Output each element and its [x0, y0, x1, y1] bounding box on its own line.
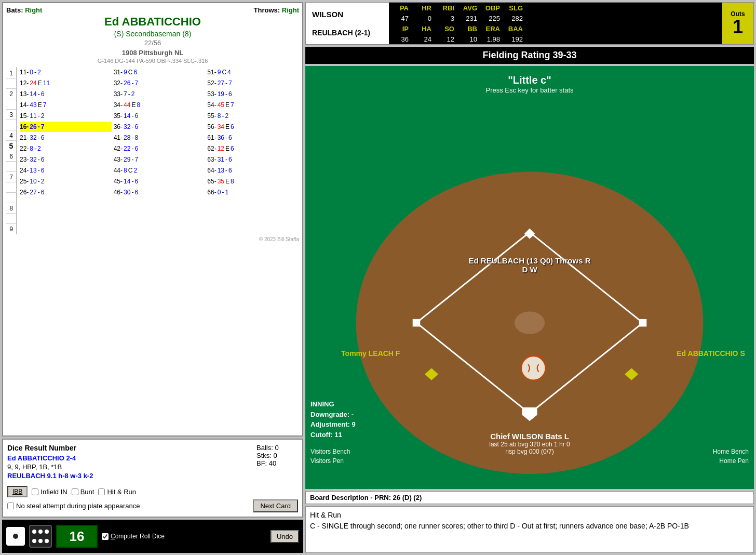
card-row: 12- 24 E 11	[20, 78, 112, 88]
bf-value: 40	[269, 459, 276, 467]
stat-val-so: 12	[435, 34, 457, 44]
card-column-1: 11- 0 - 2 12- 24 E 11 13- 14 - 6 14- 43 …	[20, 67, 112, 234]
card-row: 24- 13 - 6	[20, 165, 112, 176]
bunt-label: Bunt	[80, 488, 95, 496]
throws-value: Right	[282, 6, 299, 14]
stat-val-ip: 36	[389, 34, 412, 44]
outs-box: Outs 1	[722, 3, 753, 44]
svg-rect-10	[639, 319, 647, 327]
row-indicator	[6, 182, 16, 193]
svg-rect-11	[413, 319, 421, 327]
hit-run-checkbox[interactable]: Hit & Run	[98, 488, 136, 496]
bats-value: Right	[25, 6, 42, 14]
card-column-2: 31- 9 C 6 32- 26 - 7 33- 7 - 2 34- 44 E …	[114, 67, 206, 234]
field-esc-hint: Press Esc key for batter stats	[485, 86, 573, 94]
card-row: 52- 27 - 7	[207, 78, 299, 88]
next-card-button[interactable]: Next Card	[253, 499, 298, 512]
batter-name: WILSON	[312, 10, 383, 19]
player2-label: Ed ABBATICCHIO S	[677, 349, 745, 358]
adjustment-label: Adjustment: 9	[310, 419, 356, 430]
card-row: 56- 34 E 6	[207, 122, 299, 132]
field-center-text: "Little c" Press Esc key for batter stat…	[485, 74, 573, 94]
stks-value: 0	[274, 452, 277, 459]
row-indicator	[6, 78, 16, 89]
copyright: © 2023 Bill Staffa	[6, 236, 299, 242]
stat-val-ha: 24	[412, 34, 435, 44]
card-row: 55- 8 - 2	[207, 111, 299, 121]
stat-header-slg: SLG	[503, 3, 526, 14]
stat-header-ha: HA	[412, 23, 435, 34]
card-row: 44- 8 C 2	[114, 165, 206, 176]
computer-roll-label[interactable]: Computer Roll Dice	[102, 533, 165, 540]
card-row: 26- 27 - 6	[20, 187, 112, 197]
visitors-bench-label: Visitors Bench	[310, 447, 350, 456]
stat-header-era: ERA	[480, 23, 503, 34]
row-indicator	[6, 99, 16, 110]
svg-point-6	[515, 311, 545, 334]
card-header: Bats: Right Throws: Right	[6, 6, 299, 14]
infield-in-checkbox[interactable]: Infield IN	[32, 488, 67, 496]
card-area: Bats: Right Throws: Right Ed ABBATICCHIO…	[2, 2, 303, 437]
single-die[interactable]	[6, 527, 25, 546]
balls-display: Balls: 0	[256, 444, 298, 452]
row-indicator: 9	[6, 224, 16, 234]
card-row: 23- 32 - 6	[20, 154, 112, 165]
stks-display: Stks: 0	[256, 452, 298, 459]
card-row: 62- 12 E 6	[207, 143, 299, 154]
pitcher-name: REULBACH (2-1)	[312, 29, 383, 37]
undo-button[interactable]: Undo	[271, 530, 299, 543]
row-indicator: 8	[6, 203, 16, 214]
stat-header-avg: AVG	[457, 3, 480, 14]
field-little-c: "Little c"	[485, 74, 573, 86]
stat-header-rbi: RBI	[435, 3, 457, 14]
row-indicator: 1	[6, 68, 16, 78]
no-steal-input[interactable]	[7, 503, 14, 509]
no-steal-label: No steal attempt during plate appearance	[16, 502, 140, 510]
card-row: 22- 8 - 2	[20, 143, 112, 154]
stat-val-bb: 10	[457, 34, 480, 44]
computer-roll-checkbox[interactable]	[102, 533, 109, 540]
bunt-checkbox[interactable]: Bunt	[72, 488, 95, 496]
row-indicator: 4	[6, 130, 16, 141]
card-row: 51- 9 C 4	[207, 67, 299, 77]
stks-label: Stks:	[256, 452, 272, 459]
outs-value: 1	[733, 18, 743, 36]
bunt-input[interactable]	[72, 488, 78, 495]
card-row: 25- 10 - 2	[20, 176, 112, 187]
card-row: 66- 0 - 1	[207, 187, 299, 197]
row-indicator	[6, 162, 16, 172]
stat-header-baa: BAA	[503, 23, 526, 34]
card-row: 42- 22 - 6	[114, 143, 206, 154]
home-bench: Home Bench Home Pen	[713, 447, 749, 466]
board-description-text: Hit & Run C - SINGLE through second; one…	[310, 510, 749, 532]
stat-header-pa: PA	[389, 3, 412, 14]
card-row: 61- 36 - 6	[207, 133, 299, 143]
hit-run-input[interactable]	[98, 488, 105, 495]
player1-name: Tommy LEACH F	[341, 349, 400, 358]
card-row: 21- 32 - 6	[20, 133, 112, 143]
left-panel: Bats: Right Throws: Right Ed ABBATICCHIO…	[2, 2, 303, 553]
bf-display: BF: 40	[256, 459, 298, 467]
card-row: 14- 43 E 7	[20, 100, 112, 110]
infield-in-input[interactable]	[32, 488, 38, 495]
pitcher-text: Ed REULBACH (13 Q0) Throws R D W	[468, 256, 590, 274]
computer-roll-text: Computer Roll Dice	[111, 533, 165, 540]
row-indicator	[6, 120, 16, 130]
six-die[interactable]	[29, 525, 52, 548]
card-row: 35- 14 - 6	[114, 111, 206, 121]
player-name: Ed ABBATICCHIO	[6, 15, 299, 29]
card-row: 11- 0 - 2	[20, 67, 112, 77]
ibb-button[interactable]: IBB	[7, 486, 28, 497]
stat-header-hr: HR	[412, 3, 435, 14]
row-indicator	[6, 193, 16, 203]
balls-label: Balls:	[256, 444, 273, 452]
stat-val-slg: 282	[503, 14, 526, 23]
batter-risp: risp bvg 000 (0/7)	[489, 448, 570, 455]
dice-controls: IBB Infield IN Bunt Hit & Run	[7, 486, 298, 497]
dice-roller: 16 Computer Roll Dice Undo	[2, 520, 303, 553]
no-steal-checkbox[interactable]: No steal attempt during plate appearance	[7, 502, 140, 510]
cutoff-label: Cutoff: 11	[310, 430, 356, 440]
player2-name: Ed ABBATICCHIO S	[677, 349, 745, 358]
right-panel: WILSON REULBACH (2-1) PA HR RBI AVG OBP …	[305, 2, 754, 553]
dice-result-line: 9, 9, HBP, 1B, *1B	[7, 463, 256, 471]
